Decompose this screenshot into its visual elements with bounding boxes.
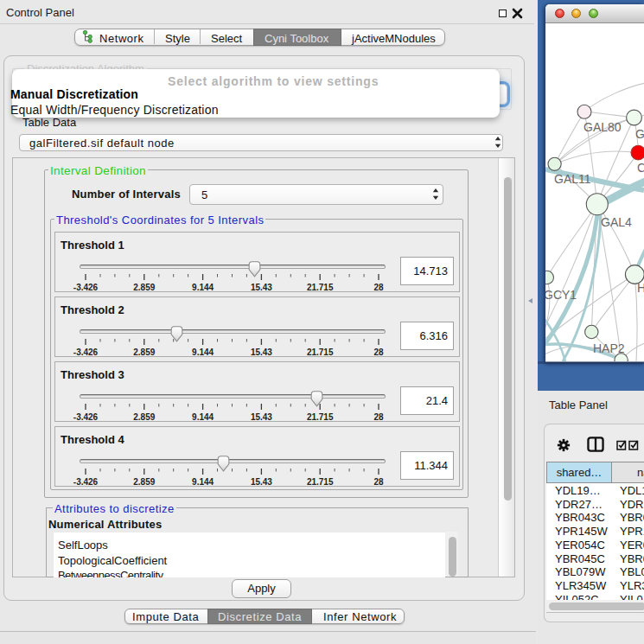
svg-text:HAP2: HAP2 [593,341,625,355]
svg-text:GAL11: GAL11 [554,172,591,186]
svg-text:GCY1: GCY1 [545,288,577,302]
svg-text:GA: GA [635,127,644,141]
svg-text:C: C [637,161,644,175]
svg-text:H: H [637,281,644,295]
svg-text:GAL80: GAL80 [583,120,622,134]
svg-text:GAL4: GAL4 [601,215,632,229]
